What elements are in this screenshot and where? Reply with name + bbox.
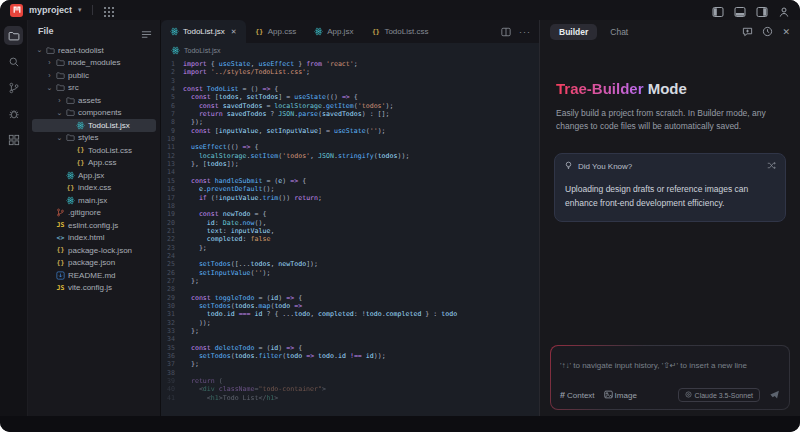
- tab-chat[interactable]: Chat: [601, 24, 637, 40]
- bulb-icon: [564, 161, 573, 172]
- more-icon[interactable]: ···: [519, 27, 531, 37]
- app-window: myproject ▾ Fi: [0, 0, 800, 432]
- tree-item[interactable]: ⌄src: [32, 82, 156, 95]
- line-number: 15: [161, 177, 183, 185]
- code-line: 24: [161, 252, 539, 260]
- editor-tab[interactable]: {}TodoList.css: [362, 20, 437, 43]
- layout-left-icon[interactable]: [712, 4, 724, 16]
- chevron-right-icon: ›: [46, 59, 53, 66]
- tab-builder[interactable]: Builder: [550, 24, 597, 40]
- tree-item[interactable]: {}package-lock.json: [32, 244, 156, 257]
- line-number: 33: [161, 327, 183, 335]
- code-text: };: [183, 244, 207, 252]
- md-icon: [56, 271, 65, 280]
- file-label: src: [68, 83, 79, 92]
- rail-extensions-icon[interactable]: [4, 130, 23, 149]
- rail-debug-icon[interactable]: [4, 104, 23, 123]
- code-line: 4const TodoList = () => {: [161, 85, 539, 93]
- breadcrumb[interactable]: TodoList.jsx: [161, 43, 539, 57]
- code-line: 2import '../styles/TodoList.css';: [161, 68, 539, 76]
- editor-tab[interactable]: {}App.css: [246, 20, 305, 43]
- editor-tab[interactable]: TodoList.jsx✕: [161, 20, 246, 43]
- app-logo[interactable]: [10, 4, 23, 17]
- prompt-box: #Context Image Claude 3.5-Sonnet: [550, 345, 790, 410]
- code-line: 11 useEffect(() => {: [161, 143, 539, 151]
- folder-icon: [46, 46, 55, 55]
- code-line: 3: [161, 77, 539, 85]
- split-editor-icon[interactable]: [501, 23, 511, 41]
- folder-icon: [66, 108, 75, 117]
- code-line: 15 const handleSubmit = (e) => {: [161, 177, 539, 185]
- tree-item[interactable]: TodoList.jsx: [32, 119, 156, 132]
- context-button[interactable]: #Context: [560, 390, 595, 400]
- tab-label: App.jsx: [327, 27, 353, 36]
- tree-item[interactable]: App.jsx: [32, 169, 156, 182]
- image-button[interactable]: Image: [604, 390, 637, 401]
- history-icon[interactable]: [762, 23, 773, 41]
- file-label: components: [78, 108, 122, 117]
- code-text: const handleSubmit = (e) => {: [183, 177, 306, 185]
- layout-right-icon[interactable]: [756, 4, 768, 16]
- html-icon: <>: [56, 233, 65, 242]
- line-number: 35: [161, 344, 183, 352]
- code-text: const newTodo = {: [183, 210, 266, 218]
- code-line: 17 if (!inputValue.trim()) return;: [161, 194, 539, 202]
- line-number: 4: [161, 85, 183, 93]
- code-text: text: inputValue,: [183, 227, 274, 235]
- send-icon[interactable]: [769, 389, 780, 402]
- tree-item[interactable]: {}App.css: [32, 157, 156, 170]
- css-icon: {}: [76, 158, 85, 167]
- tree-item[interactable]: <>index.html: [32, 232, 156, 245]
- tree-item[interactable]: ⌄styles: [32, 132, 156, 145]
- code-line: 5 const [todos, setTodos] = useState(() …: [161, 93, 539, 101]
- builder-hero: Trae-Builder Mode Easily build a project…: [540, 44, 800, 133]
- code-line: 19 const newTodo = {: [161, 210, 539, 218]
- account-icon[interactable]: [778, 4, 790, 16]
- layout-bottom-icon[interactable]: [734, 4, 746, 16]
- line-number: 40: [161, 385, 183, 393]
- tree-item[interactable]: README.md: [32, 269, 156, 282]
- tree-item[interactable]: ›assets: [32, 94, 156, 107]
- close-icon[interactable]: ✕: [231, 28, 237, 36]
- rail-files-icon[interactable]: [4, 26, 23, 45]
- tree-item[interactable]: .gitignore: [32, 207, 156, 220]
- code-text: setTodos(todos.filter(todo => todo.id !=…: [183, 352, 386, 360]
- panel-menu-icon[interactable]: [141, 26, 152, 37]
- image-label: Image: [615, 391, 637, 400]
- line-number: 30: [161, 302, 183, 310]
- close-icon[interactable]: ✕: [782, 27, 790, 37]
- react-icon: [66, 171, 75, 180]
- file-label: index.html: [68, 233, 104, 242]
- tree-item[interactable]: {}TodoList.css: [32, 144, 156, 157]
- code-line: 30 setTodos(todos.map(todo =>: [161, 302, 539, 310]
- line-number: 8: [161, 118, 183, 126]
- tree-item[interactable]: ⌄react-todolist: [32, 44, 156, 57]
- tree-item[interactable]: ›node_modules: [32, 57, 156, 70]
- tree-item[interactable]: {}package.json: [32, 257, 156, 270]
- new-chat-icon[interactable]: [742, 23, 753, 41]
- rail-source-control-icon[interactable]: [4, 78, 23, 97]
- line-number: 39: [161, 377, 183, 385]
- code-text: setTodos(todos.map(todo =>: [183, 302, 302, 310]
- code-line: 37 };: [161, 360, 539, 368]
- tree-item[interactable]: ›public: [32, 69, 156, 82]
- shuffle-icon[interactable]: [767, 161, 776, 172]
- react-icon: [76, 121, 85, 130]
- model-selector[interactable]: Claude 3.5-Sonnet: [678, 388, 760, 402]
- grid-icon[interactable]: [103, 4, 115, 16]
- editor-tab[interactable]: App.jsx: [305, 20, 362, 43]
- tree-item[interactable]: {}index.css: [32, 182, 156, 195]
- chevron-down-icon[interactable]: ▾: [78, 6, 82, 14]
- prompt-input[interactable]: [560, 361, 780, 370]
- rail-search-icon[interactable]: [4, 52, 23, 71]
- tree-item[interactable]: JSeslint.config.js: [32, 219, 156, 232]
- file-label: public: [68, 71, 89, 80]
- tree-item[interactable]: main.jsx: [32, 194, 156, 207]
- line-number: 5: [161, 93, 183, 101]
- file-label: .gitignore: [68, 208, 101, 217]
- code-text: const toggleTodo = (id) => {: [183, 294, 302, 302]
- tree-item[interactable]: JSvite.config.js: [32, 282, 156, 295]
- project-name[interactable]: myproject: [29, 5, 72, 15]
- tree-item[interactable]: ⌄components: [32, 107, 156, 120]
- code-editor[interactable]: 1import { useState, useEffect } from 're…: [161, 57, 539, 416]
